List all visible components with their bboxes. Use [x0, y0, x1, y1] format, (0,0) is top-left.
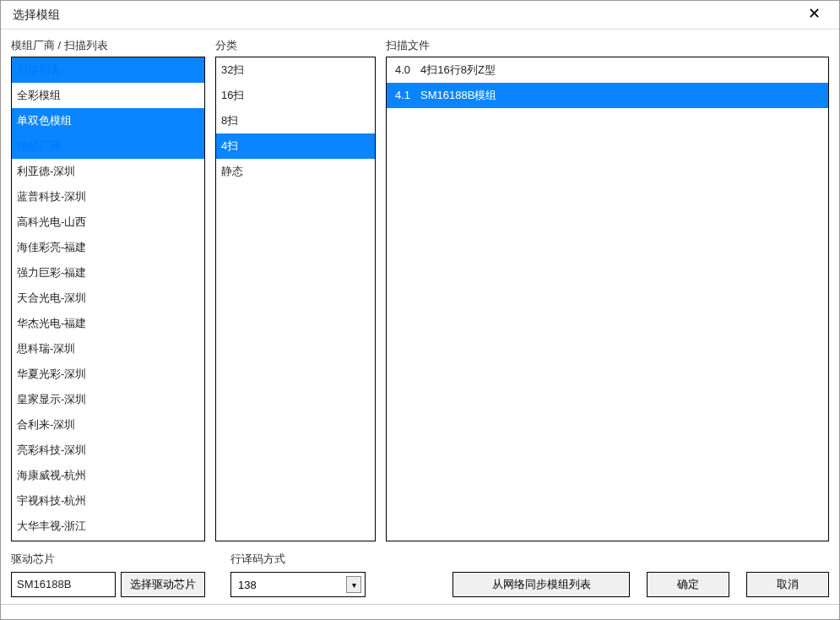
file-list-item[interactable]: 4.04扫16行8列Z型	[387, 57, 828, 83]
select-chip-button[interactable]: 选择驱动芯片	[121, 572, 205, 597]
vendor-list-item[interactable]: 亮彩科技-深圳	[12, 438, 204, 463]
category-list-item[interactable]: 静态	[216, 159, 375, 184]
vendor-list-item[interactable]: 思科瑞-深圳	[12, 336, 204, 362]
chip-label: 驱动芯片	[11, 552, 205, 568]
vendor-list-item[interactable]: 合利来-深圳	[12, 412, 204, 438]
vendor-list-item[interactable]: 强力巨彩-福建	[12, 260, 204, 286]
chip-group: 驱动芯片 SM16188B 选择驱动芯片	[11, 552, 205, 597]
vendor-list-item[interactable]: 蓝普科技-深圳	[12, 184, 204, 209]
category-list-item[interactable]: 32扫	[216, 57, 375, 83]
cancel-button[interactable]: 取消	[746, 572, 829, 597]
vendor-list-item[interactable]: 海佳彩亮-福建	[12, 235, 204, 260]
vendor-list-item[interactable]: 大华丰视-浙江	[12, 514, 204, 539]
vendor-list-item[interactable]: 华杰光电-福建	[12, 311, 204, 336]
category-list-item[interactable]: 16扫	[216, 83, 375, 108]
file-item-index: 4.0	[395, 57, 420, 83]
decode-value: 138	[238, 579, 346, 591]
chip-input[interactable]: SM16188B	[11, 572, 116, 597]
category-list-item[interactable]: 8扫	[216, 108, 375, 133]
decode-select[interactable]: 138 ▾	[230, 572, 366, 597]
sync-button[interactable]: 从网络同步模组列表	[453, 572, 630, 597]
files-label: 扫描文件	[386, 38, 829, 57]
vendor-list-item[interactable]: 单双色模组	[12, 108, 204, 133]
chevron-down-icon: ▾	[346, 576, 361, 593]
ok-button[interactable]: 确定	[647, 572, 729, 597]
decode-group: 行译码方式 138 ▾	[230, 552, 374, 597]
decode-label: 行译码方式	[230, 552, 374, 568]
vendor-list-item[interactable]: 海康威视-杭州	[12, 463, 204, 488]
vendor-list-item[interactable]: 皇家显示-深圳	[12, 387, 204, 412]
vendor-list-item[interactable]: 高科光电-山西	[12, 209, 204, 235]
file-item-index: 4.1	[395, 83, 420, 108]
chip-row: SM16188B 选择驱动芯片	[11, 572, 205, 597]
action-buttons: 从网络同步模组列表 确定 取消	[453, 572, 829, 597]
select-module-dialog: 选择模组 ✕ 模组厂商 / 扫描列表 扫描列表全彩模组单双色模组模组厂商利亚德-…	[0, 0, 840, 620]
vendor-list-header[interactable]: 模组厂商	[12, 133, 204, 159]
vendor-label: 模组厂商 / 扫描列表	[11, 38, 205, 57]
vendor-listbox[interactable]: 扫描列表全彩模组单双色模组模组厂商利亚德-深圳蓝普科技-深圳高科光电-山西海佳彩…	[11, 57, 205, 541]
columns: 模组厂商 / 扫描列表 扫描列表全彩模组单双色模组模组厂商利亚德-深圳蓝普科技-…	[11, 38, 829, 541]
category-list-item[interactable]: 4扫	[216, 133, 375, 159]
window-title: 选择模组	[13, 8, 797, 23]
vendor-list-item[interactable]: 天合光电-深圳	[12, 286, 204, 311]
category-column: 分类 32扫16扫8扫4扫静态	[215, 38, 376, 541]
vendor-list-item[interactable]: 利亚德-深圳	[12, 159, 204, 184]
vendor-list-item[interactable]: 宇视科技-杭州	[12, 488, 204, 514]
category-listbox[interactable]: 32扫16扫8扫4扫静态	[215, 57, 376, 541]
titlebar: 选择模组 ✕	[1, 1, 839, 30]
file-item-label: SM16188B模组	[420, 89, 496, 101]
vendor-list-item[interactable]: 全彩模组	[12, 83, 204, 108]
file-list-item[interactable]: 4.1SM16188B模组	[387, 83, 828, 108]
file-item-label: 4扫16行8列Z型	[420, 63, 496, 76]
vendor-list-header[interactable]: 扫描列表	[12, 57, 204, 83]
category-label: 分类	[215, 38, 376, 57]
vendor-column: 模组厂商 / 扫描列表 扫描列表全彩模组单双色模组模组厂商利亚德-深圳蓝普科技-…	[11, 38, 205, 541]
content-area: 模组厂商 / 扫描列表 扫描列表全彩模组单双色模组模组厂商利亚德-深圳蓝普科技-…	[1, 30, 839, 604]
bottom-panel: 驱动芯片 SM16188B 选择驱动芯片 行译码方式 138 ▾ 从网络同步模组…	[11, 552, 829, 597]
footer-bar	[1, 604, 839, 619]
files-listbox[interactable]: 4.04扫16行8列Z型4.1SM16188B模组	[386, 57, 829, 541]
close-icon[interactable]: ✕	[797, 3, 831, 28]
files-column: 扫描文件 4.04扫16行8列Z型4.1SM16188B模组	[386, 38, 829, 541]
vendor-list-item[interactable]: 华夏光彩-深圳	[12, 362, 204, 387]
